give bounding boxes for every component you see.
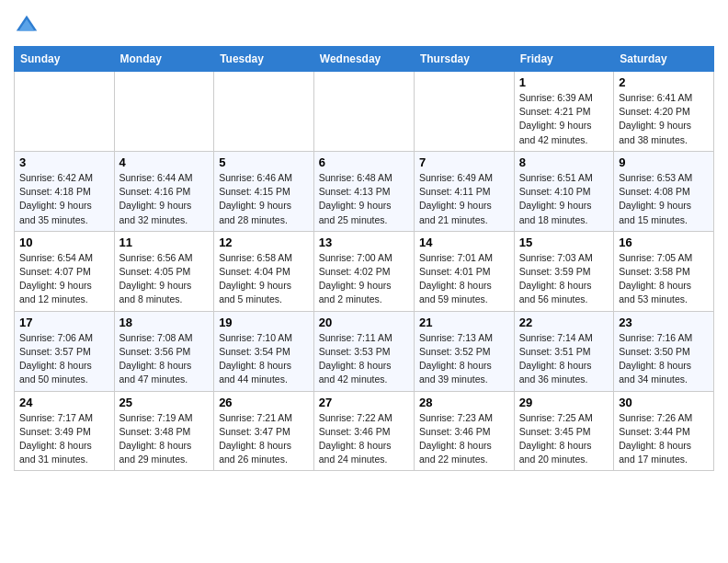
- calendar-cell: 2Sunrise: 6:41 AM Sunset: 4:20 PM Daylig…: [614, 72, 714, 152]
- day-info: Sunrise: 7:21 AM Sunset: 3:47 PM Dayligh…: [219, 411, 309, 467]
- day-number: 14: [419, 236, 509, 249]
- day-number: 7: [419, 155, 509, 169]
- calendar-cell: 14Sunrise: 7:01 AM Sunset: 4:01 PM Dayli…: [414, 231, 514, 311]
- calendar-cell: 20Sunrise: 7:11 AM Sunset: 3:53 PM Dayli…: [313, 311, 414, 391]
- day-number: 15: [519, 236, 609, 249]
- calendar-cell: 1Sunrise: 6:39 AM Sunset: 4:21 PM Daylig…: [514, 72, 613, 152]
- day-number: 12: [219, 236, 309, 249]
- day-info: Sunrise: 7:16 AM Sunset: 3:50 PM Dayligh…: [619, 331, 709, 387]
- calendar-cell: 25Sunrise: 7:19 AM Sunset: 3:48 PM Dayli…: [114, 391, 214, 471]
- calendar-cell: 26Sunrise: 7:21 AM Sunset: 3:47 PM Dayli…: [214, 391, 314, 471]
- calendar-cell: 24Sunrise: 7:17 AM Sunset: 3:49 PM Dayli…: [15, 391, 115, 471]
- calendar-cell: 11Sunrise: 6:56 AM Sunset: 4:05 PM Dayli…: [114, 231, 214, 311]
- calendar-header-monday: Monday: [114, 47, 214, 72]
- calendar-cell: [114, 72, 214, 152]
- calendar-week-row: 17Sunrise: 7:06 AM Sunset: 3:57 PM Dayli…: [15, 311, 714, 391]
- day-info: Sunrise: 7:19 AM Sunset: 3:48 PM Dayligh…: [119, 411, 210, 467]
- calendar-cell: 30Sunrise: 7:26 AM Sunset: 3:44 PM Dayli…: [614, 391, 714, 471]
- day-number: 23: [619, 316, 709, 329]
- day-info: Sunrise: 7:13 AM Sunset: 3:52 PM Dayligh…: [419, 331, 509, 387]
- day-info: Sunrise: 6:39 AM Sunset: 4:21 PM Dayligh…: [519, 91, 609, 147]
- calendar-cell: 16Sunrise: 7:05 AM Sunset: 3:58 PM Dayli…: [614, 231, 714, 311]
- calendar-week-row: 10Sunrise: 6:54 AM Sunset: 4:07 PM Dayli…: [15, 231, 714, 311]
- day-number: 8: [519, 155, 609, 169]
- calendar-cell: 3Sunrise: 6:42 AM Sunset: 4:18 PM Daylig…: [15, 151, 115, 231]
- calendar-header-tuesday: Tuesday: [214, 47, 314, 72]
- day-info: Sunrise: 7:10 AM Sunset: 3:54 PM Dayligh…: [219, 331, 309, 387]
- day-info: Sunrise: 7:11 AM Sunset: 3:53 PM Dayligh…: [319, 331, 409, 387]
- day-info: Sunrise: 7:14 AM Sunset: 3:51 PM Dayligh…: [519, 331, 609, 387]
- day-info: Sunrise: 7:08 AM Sunset: 3:56 PM Dayligh…: [119, 331, 210, 387]
- day-info: Sunrise: 7:22 AM Sunset: 3:46 PM Dayligh…: [319, 411, 409, 467]
- day-number: 21: [419, 316, 509, 329]
- day-info: Sunrise: 6:53 AM Sunset: 4:08 PM Dayligh…: [619, 171, 709, 227]
- calendar-week-row: 1Sunrise: 6:39 AM Sunset: 4:21 PM Daylig…: [15, 72, 714, 152]
- day-number: 11: [119, 236, 210, 249]
- day-number: 27: [319, 396, 409, 409]
- calendar-cell: 22Sunrise: 7:14 AM Sunset: 3:51 PM Dayli…: [514, 311, 613, 391]
- calendar-cell: [414, 72, 514, 152]
- day-number: 9: [619, 155, 709, 169]
- day-info: Sunrise: 6:58 AM Sunset: 4:04 PM Dayligh…: [219, 251, 309, 307]
- day-number: 13: [319, 236, 409, 249]
- day-info: Sunrise: 6:44 AM Sunset: 4:16 PM Dayligh…: [119, 171, 210, 227]
- day-number: 20: [319, 316, 409, 329]
- day-info: Sunrise: 6:54 AM Sunset: 4:07 PM Dayligh…: [19, 251, 109, 307]
- day-number: 4: [119, 155, 210, 169]
- day-number: 10: [19, 236, 109, 249]
- calendar-cell: 17Sunrise: 7:06 AM Sunset: 3:57 PM Dayli…: [15, 311, 115, 391]
- calendar-header-row: SundayMondayTuesdayWednesdayThursdayFrid…: [15, 47, 714, 72]
- calendar-cell: 12Sunrise: 6:58 AM Sunset: 4:04 PM Dayli…: [214, 231, 314, 311]
- day-number: 2: [619, 75, 709, 89]
- day-number: 19: [219, 316, 309, 329]
- day-info: Sunrise: 7:23 AM Sunset: 3:46 PM Dayligh…: [419, 411, 509, 467]
- calendar-week-row: 24Sunrise: 7:17 AM Sunset: 3:49 PM Dayli…: [15, 391, 714, 471]
- day-number: 26: [219, 396, 309, 409]
- calendar-cell: [313, 72, 414, 152]
- day-number: 25: [119, 396, 210, 409]
- calendar-cell: [214, 72, 314, 152]
- day-info: Sunrise: 7:06 AM Sunset: 3:57 PM Dayligh…: [19, 331, 109, 387]
- calendar-cell: 27Sunrise: 7:22 AM Sunset: 3:46 PM Dayli…: [313, 391, 414, 471]
- day-number: 6: [319, 155, 409, 169]
- day-number: 1: [519, 75, 609, 89]
- calendar-cell: 4Sunrise: 6:44 AM Sunset: 4:16 PM Daylig…: [114, 151, 214, 231]
- day-number: 16: [619, 236, 709, 249]
- day-info: Sunrise: 6:46 AM Sunset: 4:15 PM Dayligh…: [219, 171, 309, 227]
- day-number: 28: [419, 396, 509, 409]
- calendar-header-saturday: Saturday: [614, 47, 714, 72]
- day-number: 17: [19, 316, 109, 329]
- calendar-cell: 5Sunrise: 6:46 AM Sunset: 4:15 PM Daylig…: [214, 151, 314, 231]
- calendar-cell: 13Sunrise: 7:00 AM Sunset: 4:02 PM Dayli…: [313, 231, 414, 311]
- calendar-cell: 29Sunrise: 7:25 AM Sunset: 3:45 PM Dayli…: [514, 391, 613, 471]
- day-number: 3: [19, 155, 109, 169]
- logo-icon: [14, 13, 40, 39]
- day-info: Sunrise: 7:01 AM Sunset: 4:01 PM Dayligh…: [419, 251, 509, 307]
- day-info: Sunrise: 7:00 AM Sunset: 4:02 PM Dayligh…: [319, 251, 409, 307]
- day-info: Sunrise: 7:03 AM Sunset: 3:59 PM Dayligh…: [519, 251, 609, 307]
- calendar-header-wednesday: Wednesday: [313, 47, 414, 72]
- calendar-header-sunday: Sunday: [15, 47, 115, 72]
- day-info: Sunrise: 7:25 AM Sunset: 3:45 PM Dayligh…: [519, 411, 609, 467]
- day-info: Sunrise: 6:51 AM Sunset: 4:10 PM Dayligh…: [519, 171, 609, 227]
- calendar: SundayMondayTuesdayWednesdayThursdayFrid…: [14, 46, 714, 471]
- day-number: 18: [119, 316, 210, 329]
- day-info: Sunrise: 6:49 AM Sunset: 4:11 PM Dayligh…: [419, 171, 509, 227]
- day-number: 29: [519, 396, 609, 409]
- calendar-header-friday: Friday: [514, 47, 613, 72]
- day-info: Sunrise: 7:26 AM Sunset: 3:44 PM Dayligh…: [619, 411, 709, 467]
- day-info: Sunrise: 6:42 AM Sunset: 4:18 PM Dayligh…: [19, 171, 109, 227]
- calendar-cell: 7Sunrise: 6:49 AM Sunset: 4:11 PM Daylig…: [414, 151, 514, 231]
- day-info: Sunrise: 6:41 AM Sunset: 4:20 PM Dayligh…: [619, 91, 709, 147]
- calendar-cell: 21Sunrise: 7:13 AM Sunset: 3:52 PM Dayli…: [414, 311, 514, 391]
- day-number: 5: [219, 155, 309, 169]
- page-header: [14, 9, 714, 39]
- calendar-cell: 18Sunrise: 7:08 AM Sunset: 3:56 PM Dayli…: [114, 311, 214, 391]
- calendar-cell: [15, 72, 115, 152]
- calendar-cell: 6Sunrise: 6:48 AM Sunset: 4:13 PM Daylig…: [313, 151, 414, 231]
- calendar-cell: 8Sunrise: 6:51 AM Sunset: 4:10 PM Daylig…: [514, 151, 613, 231]
- calendar-cell: 10Sunrise: 6:54 AM Sunset: 4:07 PM Dayli…: [15, 231, 115, 311]
- calendar-cell: 19Sunrise: 7:10 AM Sunset: 3:54 PM Dayli…: [214, 311, 314, 391]
- day-info: Sunrise: 7:17 AM Sunset: 3:49 PM Dayligh…: [19, 411, 109, 467]
- calendar-cell: 9Sunrise: 6:53 AM Sunset: 4:08 PM Daylig…: [614, 151, 714, 231]
